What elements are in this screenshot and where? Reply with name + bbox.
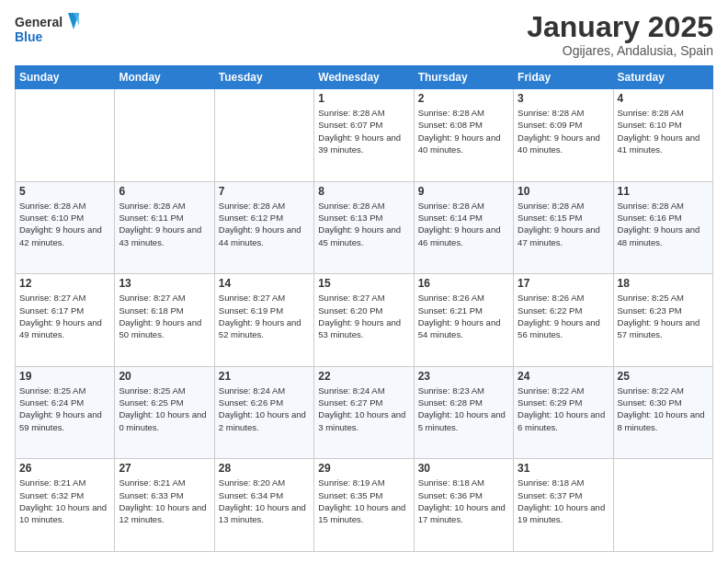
weekday-header-wednesday: Wednesday xyxy=(314,66,414,89)
day-info-24: Sunrise: 8:22 AM Sunset: 6:29 PM Dayligh… xyxy=(518,385,609,433)
day-info-17: Sunrise: 8:26 AM Sunset: 6:22 PM Dayligh… xyxy=(518,292,609,340)
day-number-21: 21 xyxy=(219,370,310,383)
day-cell-13: 13Sunrise: 8:27 AM Sunset: 6:18 PM Dayli… xyxy=(115,274,214,367)
day-number-13: 13 xyxy=(119,277,210,290)
day-cell-23: 23Sunrise: 8:23 AM Sunset: 6:28 PM Dayli… xyxy=(414,366,513,459)
week-row-1: 1Sunrise: 8:28 AM Sunset: 6:07 PM Daylig… xyxy=(16,89,713,182)
title-block: January 2025 Ogijares, Andalusia, Spain xyxy=(527,11,713,58)
day-info-8: Sunrise: 8:28 AM Sunset: 6:13 PM Dayligh… xyxy=(318,200,409,248)
week-row-4: 19Sunrise: 8:25 AM Sunset: 6:24 PM Dayli… xyxy=(16,366,713,459)
day-info-1: Sunrise: 8:28 AM Sunset: 6:07 PM Dayligh… xyxy=(318,107,409,155)
day-cell-18: 18Sunrise: 8:25 AM Sunset: 6:23 PM Dayli… xyxy=(613,274,712,367)
day-info-20: Sunrise: 8:25 AM Sunset: 6:25 PM Dayligh… xyxy=(119,385,210,433)
day-number-22: 22 xyxy=(318,370,409,383)
day-cell-6: 6Sunrise: 8:28 AM Sunset: 6:11 PM Daylig… xyxy=(115,181,214,274)
day-info-11: Sunrise: 8:28 AM Sunset: 6:16 PM Dayligh… xyxy=(618,200,709,248)
day-cell-25: 25Sunrise: 8:22 AM Sunset: 6:30 PM Dayli… xyxy=(613,366,712,459)
day-number-17: 17 xyxy=(518,277,609,290)
day-cell-30: 30Sunrise: 8:18 AM Sunset: 6:36 PM Dayli… xyxy=(414,459,513,552)
day-cell-28: 28Sunrise: 8:20 AM Sunset: 6:34 PM Dayli… xyxy=(214,459,313,552)
day-number-16: 16 xyxy=(418,277,509,290)
day-number-27: 27 xyxy=(119,462,210,475)
day-number-5: 5 xyxy=(19,185,110,198)
day-number-19: 19 xyxy=(19,370,110,383)
day-info-9: Sunrise: 8:28 AM Sunset: 6:14 PM Dayligh… xyxy=(418,200,509,248)
day-number-6: 6 xyxy=(119,185,210,198)
day-number-30: 30 xyxy=(418,462,509,475)
svg-text:General: General xyxy=(15,15,63,29)
day-cell-7: 7Sunrise: 8:28 AM Sunset: 6:12 PM Daylig… xyxy=(214,181,313,274)
day-number-15: 15 xyxy=(318,277,409,290)
day-cell-11: 11Sunrise: 8:28 AM Sunset: 6:16 PM Dayli… xyxy=(613,181,712,274)
day-number-18: 18 xyxy=(618,277,709,290)
day-info-28: Sunrise: 8:20 AM Sunset: 6:34 PM Dayligh… xyxy=(219,477,310,525)
day-cell-8: 8Sunrise: 8:28 AM Sunset: 6:13 PM Daylig… xyxy=(314,181,414,274)
weekday-header-thursday: Thursday xyxy=(414,66,513,89)
day-cell-15: 15Sunrise: 8:27 AM Sunset: 6:20 PM Dayli… xyxy=(314,274,414,367)
empty-cell xyxy=(214,89,313,182)
weekday-header-sunday: Sunday xyxy=(16,66,115,89)
day-number-23: 23 xyxy=(418,370,509,383)
week-row-5: 26Sunrise: 8:21 AM Sunset: 6:32 PM Dayli… xyxy=(16,459,713,552)
day-cell-16: 16Sunrise: 8:26 AM Sunset: 6:21 PM Dayli… xyxy=(414,274,513,367)
day-info-4: Sunrise: 8:28 AM Sunset: 6:10 PM Dayligh… xyxy=(618,107,709,155)
day-cell-4: 4Sunrise: 8:28 AM Sunset: 6:10 PM Daylig… xyxy=(613,89,712,182)
day-info-13: Sunrise: 8:27 AM Sunset: 6:18 PM Dayligh… xyxy=(119,292,210,340)
day-cell-2: 2Sunrise: 8:28 AM Sunset: 6:08 PM Daylig… xyxy=(414,89,513,182)
day-number-9: 9 xyxy=(418,185,509,198)
day-cell-20: 20Sunrise: 8:25 AM Sunset: 6:25 PM Dayli… xyxy=(115,366,214,459)
day-info-5: Sunrise: 8:28 AM Sunset: 6:10 PM Dayligh… xyxy=(19,200,110,248)
day-number-10: 10 xyxy=(518,185,609,198)
day-cell-29: 29Sunrise: 8:19 AM Sunset: 6:35 PM Dayli… xyxy=(314,459,414,552)
day-cell-19: 19Sunrise: 8:25 AM Sunset: 6:24 PM Dayli… xyxy=(16,366,115,459)
day-info-22: Sunrise: 8:24 AM Sunset: 6:27 PM Dayligh… xyxy=(318,385,409,433)
day-number-20: 20 xyxy=(119,370,210,383)
day-cell-3: 3Sunrise: 8:28 AM Sunset: 6:09 PM Daylig… xyxy=(514,89,613,182)
day-info-29: Sunrise: 8:19 AM Sunset: 6:35 PM Dayligh… xyxy=(318,477,409,525)
day-info-31: Sunrise: 8:18 AM Sunset: 6:37 PM Dayligh… xyxy=(518,477,609,525)
day-info-16: Sunrise: 8:26 AM Sunset: 6:21 PM Dayligh… xyxy=(418,292,509,340)
calendar-table: SundayMondayTuesdayWednesdayThursdayFrid… xyxy=(15,65,713,552)
day-info-15: Sunrise: 8:27 AM Sunset: 6:20 PM Dayligh… xyxy=(318,292,409,340)
day-cell-12: 12Sunrise: 8:27 AM Sunset: 6:17 PM Dayli… xyxy=(16,274,115,367)
day-number-25: 25 xyxy=(618,370,709,383)
day-info-6: Sunrise: 8:28 AM Sunset: 6:11 PM Dayligh… xyxy=(119,200,210,248)
day-info-7: Sunrise: 8:28 AM Sunset: 6:12 PM Dayligh… xyxy=(219,200,310,248)
day-info-26: Sunrise: 8:21 AM Sunset: 6:32 PM Dayligh… xyxy=(19,477,110,525)
day-info-12: Sunrise: 8:27 AM Sunset: 6:17 PM Dayligh… xyxy=(19,292,110,340)
day-info-10: Sunrise: 8:28 AM Sunset: 6:15 PM Dayligh… xyxy=(518,200,609,248)
day-info-2: Sunrise: 8:28 AM Sunset: 6:08 PM Dayligh… xyxy=(418,107,509,155)
day-cell-10: 10Sunrise: 8:28 AM Sunset: 6:15 PM Dayli… xyxy=(514,181,613,274)
logo: General Blue xyxy=(15,11,79,48)
day-cell-27: 27Sunrise: 8:21 AM Sunset: 6:33 PM Dayli… xyxy=(115,459,214,552)
empty-cell xyxy=(16,89,115,182)
day-cell-14: 14Sunrise: 8:27 AM Sunset: 6:19 PM Dayli… xyxy=(214,274,313,367)
day-cell-1: 1Sunrise: 8:28 AM Sunset: 6:07 PM Daylig… xyxy=(314,89,414,182)
empty-cell xyxy=(115,89,214,182)
day-number-26: 26 xyxy=(19,462,110,475)
subtitle: Ogijares, Andalusia, Spain xyxy=(527,43,713,58)
day-info-14: Sunrise: 8:27 AM Sunset: 6:19 PM Dayligh… xyxy=(219,292,310,340)
day-cell-24: 24Sunrise: 8:22 AM Sunset: 6:29 PM Dayli… xyxy=(514,366,613,459)
day-number-14: 14 xyxy=(219,277,310,290)
day-cell-9: 9Sunrise: 8:28 AM Sunset: 6:14 PM Daylig… xyxy=(414,181,513,274)
day-info-3: Sunrise: 8:28 AM Sunset: 6:09 PM Dayligh… xyxy=(518,107,609,155)
day-info-25: Sunrise: 8:22 AM Sunset: 6:30 PM Dayligh… xyxy=(618,385,709,433)
day-info-23: Sunrise: 8:23 AM Sunset: 6:28 PM Dayligh… xyxy=(418,385,509,433)
day-number-8: 8 xyxy=(318,185,409,198)
day-number-12: 12 xyxy=(19,277,110,290)
week-row-3: 12Sunrise: 8:27 AM Sunset: 6:17 PM Dayli… xyxy=(16,274,713,367)
empty-cell xyxy=(613,459,712,552)
day-number-11: 11 xyxy=(618,185,709,198)
weekday-header-saturday: Saturday xyxy=(613,66,712,89)
day-number-28: 28 xyxy=(219,462,310,475)
day-info-18: Sunrise: 8:25 AM Sunset: 6:23 PM Dayligh… xyxy=(618,292,709,340)
page: General Blue January 2025 Ogijares, Anda… xyxy=(0,0,728,563)
day-info-21: Sunrise: 8:24 AM Sunset: 6:26 PM Dayligh… xyxy=(219,385,310,433)
day-number-1: 1 xyxy=(318,92,409,105)
day-number-24: 24 xyxy=(518,370,609,383)
logo-icon: General Blue xyxy=(15,11,79,48)
header: General Blue January 2025 Ogijares, Anda… xyxy=(15,11,713,58)
day-info-30: Sunrise: 8:18 AM Sunset: 6:36 PM Dayligh… xyxy=(418,477,509,525)
day-number-3: 3 xyxy=(518,92,609,105)
